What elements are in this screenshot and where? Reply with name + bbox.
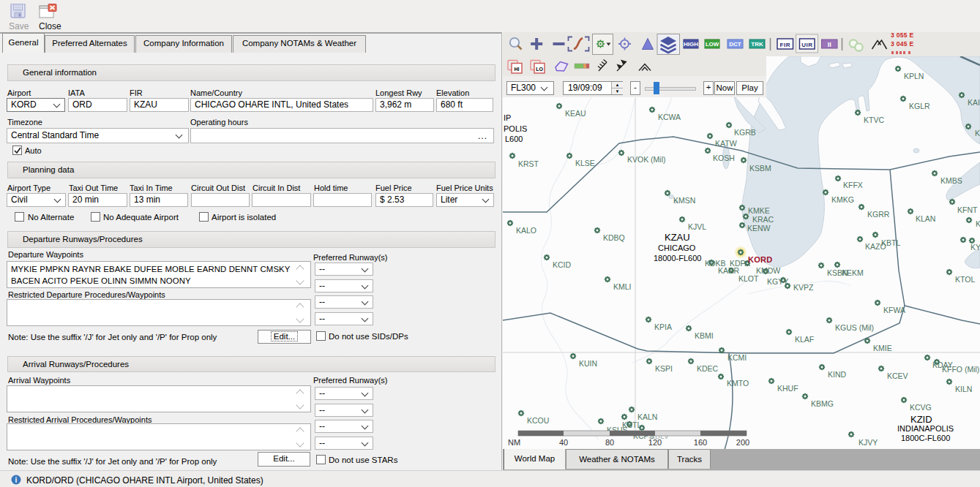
svg-text:K: K (976, 219, 980, 228)
svg-text:120: 120 (648, 438, 662, 447)
svg-text:KTVC: KTVC (864, 116, 884, 124)
svg-text:IP: IP (504, 113, 511, 122)
svg-text:i: i (15, 476, 18, 484)
svg-text:KGRB: KGRB (734, 128, 756, 137)
svg-text:KCWA: KCWA (658, 113, 681, 121)
svg-text:KFNT: KFNT (957, 205, 978, 214)
svg-text:UIR: UIR (801, 42, 812, 48)
svg-text:KTOL: KTOL (955, 275, 975, 284)
svg-text:KVPZ: KVPZ (793, 283, 814, 292)
svg-text:KATW: KATW (715, 139, 737, 148)
svg-text:80: 80 (605, 438, 614, 447)
svg-text:KCVG: KCVG (910, 403, 932, 412)
svg-text:KMDW: KMDW (756, 266, 780, 275)
svg-text:KSPI: KSPI (655, 364, 673, 373)
svg-text:KJVY: KJVY (859, 438, 878, 447)
svg-text:KY: KY (970, 243, 980, 252)
svg-text:40: 40 (559, 438, 568, 447)
svg-text:KMBS: KMBS (940, 176, 962, 185)
svg-text:POLIS: POLIS (504, 124, 527, 133)
svg-text:HIGH: HIGH (684, 41, 698, 48)
svg-text:KIND: KIND (828, 370, 847, 379)
svg-text:KEAU: KEAU (565, 109, 586, 118)
svg-text:DCT: DCT (729, 41, 741, 48)
svg-text:KEKM: KEKM (842, 268, 864, 277)
svg-text:KPLN: KPLN (904, 72, 924, 80)
svg-text:3 055 E: 3 055 E (891, 32, 913, 39)
svg-text:KMIE: KMIE (873, 344, 892, 352)
svg-text:II: II (828, 41, 831, 48)
svg-text:KHUF: KHUF (777, 384, 798, 393)
svg-text:KGLR: KGLR (909, 102, 930, 110)
svg-text:KLAN: KLAN (916, 214, 935, 223)
svg-text:KGYY: KGYY (767, 277, 788, 286)
svg-text:KAZO: KAZO (865, 242, 886, 251)
svg-text:KOSH: KOSH (713, 154, 735, 162)
svg-text:3 045 E: 3 045 E (891, 40, 913, 48)
svg-text:KMSN: KMSN (673, 196, 695, 205)
svg-text:KORD: KORD (748, 255, 773, 264)
svg-text:1800C-FL600: 1800C-FL600 (901, 434, 950, 442)
svg-text:KILN: KILN (955, 385, 972, 393)
svg-text:KCMI: KCMI (727, 353, 747, 362)
svg-text:KJVL: KJVL (688, 222, 706, 231)
svg-text:KCID: KCID (553, 260, 572, 269)
svg-text:LO: LO (536, 67, 543, 72)
svg-text:KGUS (Mil): KGUS (Mil) (835, 323, 874, 332)
svg-text:LOW: LOW (706, 41, 719, 48)
svg-text:18000-FL600: 18000-FL600 (654, 254, 701, 263)
svg-text:KZAU: KZAU (665, 232, 690, 243)
svg-text:KSBM: KSBM (749, 164, 771, 173)
svg-text:CHICAGO: CHICAGO (658, 244, 696, 252)
svg-text:KDEC: KDEC (697, 364, 719, 373)
svg-text:TRK: TRK (751, 41, 763, 48)
svg-text:200: 200 (736, 438, 749, 447)
svg-text:KPIA: KPIA (654, 322, 672, 331)
svg-text:KMTO: KMTO (727, 379, 749, 388)
svg-text:KLAF: KLAF (795, 335, 814, 344)
svg-text:KBMG: KBMG (811, 399, 834, 408)
svg-text:KMKE: KMKE (748, 206, 770, 215)
svg-text:KUIN: KUIN (579, 359, 597, 368)
svg-text:KVOK (Mil): KVOK (Mil) (627, 155, 666, 164)
svg-text:160: 160 (694, 438, 707, 447)
svg-text:KMLI: KMLI (613, 282, 632, 291)
svg-text:KLOT: KLOT (738, 274, 759, 283)
svg-text:KZID: KZID (910, 414, 932, 425)
svg-text:KARR: KARR (718, 266, 740, 275)
svg-text:KGRR: KGRR (867, 210, 890, 219)
svg-text:KBMI: KBMI (695, 331, 714, 340)
svg-text:NM: NM (508, 438, 520, 447)
svg-text:KSTL: KSTL (622, 420, 641, 429)
svg-text:KMKG: KMKG (831, 195, 854, 204)
svg-text:KCOU: KCOU (527, 416, 549, 425)
svg-text:FIR: FIR (780, 42, 790, 48)
svg-text:KDBQ: KDBQ (603, 233, 625, 242)
svg-text:HI: HI (515, 67, 520, 72)
svg-text:K: K (975, 129, 980, 137)
svg-text:KCEV: KCEV (887, 371, 908, 380)
svg-text:KENW: KENW (747, 224, 771, 233)
svg-text:KRST: KRST (518, 159, 539, 168)
svg-text:KFFO (Mil): KFFO (Mil) (942, 365, 979, 374)
svg-text:KFWA: KFWA (883, 306, 905, 314)
svg-text:INDIANAPOLIS: INDIANAPOLIS (897, 424, 954, 433)
svg-text:L600: L600 (505, 135, 523, 143)
svg-text:KRAC: KRAC (752, 215, 774, 224)
svg-text:KAI: KAI (968, 98, 980, 107)
svg-text:KLSE: KLSE (575, 159, 595, 167)
svg-text:KFFX: KFFX (843, 181, 863, 189)
svg-text:KALO: KALO (516, 226, 536, 235)
